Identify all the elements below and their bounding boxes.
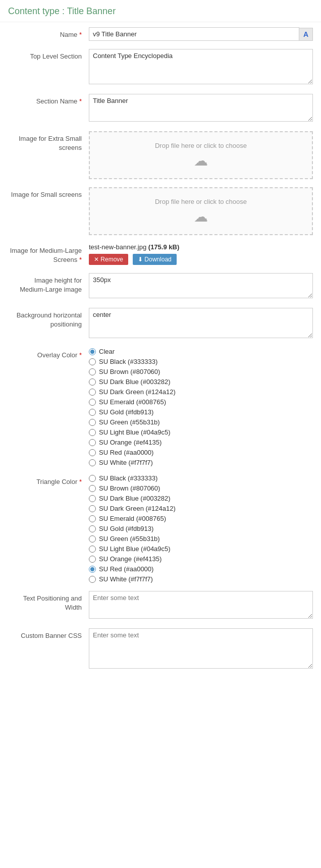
- overlay-su-dark-blue[interactable]: SU Dark Blue (#003282): [89, 378, 313, 386]
- image-xs-label: Image for Extra Small screens: [8, 131, 89, 152]
- name-row: Name * A: [8, 27, 313, 41]
- translate-button[interactable]: A: [299, 28, 313, 41]
- overlay-color-group: Clear SU Black (#333333) SU Brown (#8070…: [89, 348, 313, 466]
- triangle-su-orange[interactable]: SU Orange (#ef4135): [89, 555, 313, 563]
- image-height-label: Image height for Medium-Large image: [8, 273, 89, 294]
- bg-pos-input[interactable]: center: [89, 308, 313, 338]
- section-name-row: Section Name * Title Banner: [8, 94, 313, 123]
- name-input[interactable]: [89, 27, 299, 41]
- triangle-su-red[interactable]: SU Red (#aa0000): [89, 565, 313, 573]
- overlay-su-dark-green[interactable]: SU Dark Green (#124a12): [89, 388, 313, 396]
- image-height-row: Image height for Medium-Large image 350p…: [8, 273, 313, 300]
- triangle-su-emerald[interactable]: SU Emerald (#008765): [89, 515, 313, 522]
- overlay-su-gold[interactable]: SU Gold (#fdb913): [89, 408, 313, 416]
- triangle-su-light-blue[interactable]: SU Light Blue (#04a9c5): [89, 545, 313, 553]
- overlay-color-label: Overlay Color *: [8, 348, 89, 360]
- text-pos-label: Text Positioning and Width: [8, 591, 89, 612]
- image-xs-dropzone[interactable]: Drop file here or click to choose ☁: [89, 131, 313, 179]
- image-ml-row: Image for Medium-Large Screens * test-ne…: [8, 243, 313, 265]
- triangle-color-group: SU Black (#333333) SU Brown (#807060) SU…: [89, 474, 313, 583]
- image-sm-dropzone[interactable]: Drop file here or click to choose ☁: [89, 187, 313, 235]
- section-name-label: Section Name *: [8, 94, 89, 106]
- image-ml-filename: test-new-banner.jpg: [89, 243, 146, 251]
- triangle-su-gold[interactable]: SU Gold (#fdb913): [89, 525, 313, 532]
- image-ml-filesize: (175.9 kB): [148, 243, 179, 251]
- overlay-su-orange[interactable]: SU Orange (#ef4135): [89, 439, 313, 446]
- download-button[interactable]: ⬇ Download: [133, 254, 177, 265]
- text-pos-input[interactable]: [89, 591, 313, 619]
- section-name-input[interactable]: Title Banner: [89, 94, 313, 122]
- image-sm-row: Image for Small screens Drop file here o…: [8, 187, 313, 235]
- upload-icon-xs: ☁: [194, 152, 208, 169]
- name-label: Name *: [8, 27, 89, 39]
- page-title: Content type : Title Banner: [0, 0, 321, 22]
- overlay-su-black[interactable]: SU Black (#333333): [89, 358, 313, 365]
- image-xs-drop-text: Drop file here or click to choose: [155, 142, 247, 149]
- triangle-color-label: Triangle Color *: [8, 474, 89, 486]
- remove-button[interactable]: ✕ Remove: [89, 254, 128, 265]
- overlay-su-brown[interactable]: SU Brown (#807060): [89, 368, 313, 375]
- overlay-su-green[interactable]: SU Green (#55b31b): [89, 418, 313, 426]
- custom-css-label: Custom Banner CSS: [8, 628, 89, 640]
- overlay-clear[interactable]: Clear: [89, 348, 313, 355]
- text-pos-row: Text Positioning and Width: [8, 591, 313, 620]
- overlay-su-white[interactable]: SU White (#f7f7f7): [89, 459, 313, 466]
- triangle-su-dark-green[interactable]: SU Dark Green (#124a12): [89, 505, 313, 512]
- triangle-su-dark-blue[interactable]: SU Dark Blue (#003282): [89, 495, 313, 502]
- bg-pos-label: Background horizontal positioning: [8, 308, 89, 329]
- image-height-input[interactable]: 350px: [89, 273, 313, 298]
- top-level-section-input[interactable]: Content Type Encyclopedia: [89, 49, 313, 84]
- custom-css-row: Custom Banner CSS: [8, 628, 313, 670]
- triangle-su-black[interactable]: SU Black (#333333): [89, 474, 313, 482]
- triangle-su-green[interactable]: SU Green (#55b31b): [89, 535, 313, 542]
- image-sm-drop-text: Drop file here or click to choose: [155, 198, 247, 205]
- image-sm-label: Image for Small screens: [8, 187, 89, 199]
- image-ml-file-info: test-new-banner.jpg (175.9 kB): [89, 243, 313, 251]
- top-level-section-label: Top Level Section: [8, 49, 89, 61]
- triangle-su-brown[interactable]: SU Brown (#807060): [89, 484, 313, 492]
- overlay-su-light-blue[interactable]: SU Light Blue (#04a9c5): [89, 428, 313, 436]
- upload-icon-sm: ☁: [194, 208, 208, 225]
- form-container: Name * A Top Level Section Content Type …: [0, 22, 321, 683]
- image-xs-row: Image for Extra Small screens Drop file …: [8, 131, 313, 179]
- overlay-su-red[interactable]: SU Red (#aa0000): [89, 449, 313, 456]
- bg-pos-row: Background horizontal positioning center: [8, 308, 313, 340]
- image-ml-label: Image for Medium-Large Screens *: [8, 243, 89, 264]
- triangle-su-white[interactable]: SU White (#f7f7f7): [89, 575, 313, 583]
- custom-css-input[interactable]: [89, 628, 313, 669]
- overlay-su-emerald[interactable]: SU Emerald (#008765): [89, 398, 313, 406]
- top-level-section-row: Top Level Section Content Type Encyclope…: [8, 49, 313, 86]
- triangle-color-row: Triangle Color * SU Black (#333333) SU B…: [8, 474, 313, 583]
- overlay-color-row: Overlay Color * Clear SU Black (#333333)…: [8, 348, 313, 466]
